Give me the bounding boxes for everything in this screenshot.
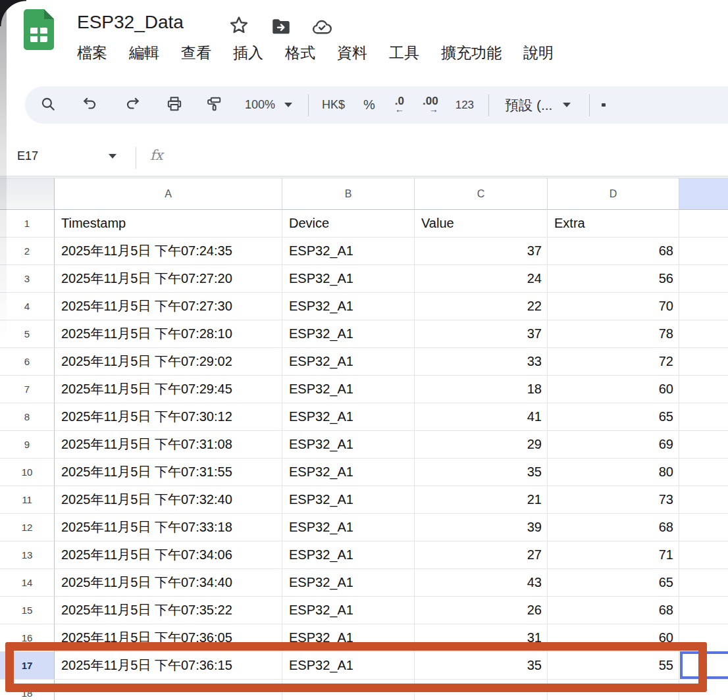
cell-timestamp[interactable]: 2025年11月5日 下午07:29:02 [55, 348, 282, 376]
cell-value[interactable]: 39 [415, 514, 548, 541]
row-header[interactable]: 8 [0, 403, 55, 431]
cell-timestamp[interactable]: 2025年11月5日 下午07:31:55 [55, 459, 282, 486]
cell-extra[interactable]: 55 [548, 652, 679, 680]
row-header[interactable]: 16 [0, 624, 55, 652]
menu-item-1[interactable]: 編輯 [129, 41, 159, 64]
column-header-a[interactable]: A [55, 178, 282, 210]
cell-empty[interactable] [679, 486, 728, 514]
cell-timestamp[interactable]: 2025年11月5日 下午07:27:20 [55, 265, 282, 293]
select-all-corner[interactable] [0, 178, 55, 210]
cell-value[interactable]: 33 [415, 348, 548, 376]
redo-button[interactable] [124, 95, 141, 114]
cell-empty[interactable] [679, 541, 728, 569]
column-header-e[interactable] [679, 178, 728, 210]
cell-empty[interactable] [679, 680, 728, 700]
row-header[interactable]: 11 [0, 486, 55, 514]
cell-empty[interactable] [679, 624, 728, 652]
cell-value[interactable]: 35 [415, 459, 548, 486]
cell-value[interactable]: 18 [415, 376, 548, 403]
cell-extra[interactable]: 56 [548, 265, 679, 293]
cell-device[interactable]: ESP32_A1 [282, 348, 415, 376]
cell-value[interactable]: 24 [415, 265, 548, 293]
menu-item-0[interactable]: 檔案 [77, 41, 107, 64]
cell-device[interactable]: ESP32_A1 [282, 569, 415, 597]
row-header[interactable]: 1 [0, 210, 55, 238]
cell-empty[interactable] [679, 238, 728, 265]
cell-device[interactable]: ESP32_A1 [282, 238, 415, 265]
cell-extra[interactable]: 73 [548, 486, 679, 514]
cell-device-header[interactable]: Device [282, 210, 415, 238]
print-button[interactable] [166, 95, 183, 114]
cell-timestamp[interactable]: 2025年11月5日 下午07:33:18 [55, 514, 282, 541]
cell-empty[interactable] [282, 680, 415, 700]
row-header[interactable]: 9 [0, 431, 55, 459]
menu-item-2[interactable]: 查看 [181, 41, 211, 64]
cell-extra[interactable]: 65 [548, 403, 679, 431]
cell-timestamp[interactable]: 2025年11月5日 下午07:34:06 [55, 541, 282, 569]
cell-extra[interactable]: 60 [548, 376, 679, 403]
row-header[interactable]: 5 [0, 320, 55, 348]
cell-extra[interactable]: 68 [548, 238, 679, 265]
row-header[interactable]: 2 [0, 238, 55, 265]
menu-item-3[interactable]: 插入 [233, 41, 263, 64]
cell-extra[interactable]: 69 [548, 431, 679, 459]
column-header-b[interactable]: B [282, 178, 415, 210]
cell-device[interactable]: ESP32_A1 [282, 459, 415, 486]
cell-empty[interactable] [679, 210, 728, 238]
cell-empty[interactable] [415, 680, 548, 700]
menu-item-5[interactable]: 資料 [337, 41, 367, 64]
cell-value[interactable]: 35 [415, 652, 548, 680]
cell-device[interactable]: ESP32_A1 [282, 403, 415, 431]
move-folder-icon[interactable] [270, 16, 292, 38]
cell-device[interactable]: ESP32_A1 [282, 265, 415, 293]
percent-format-button[interactable]: % [363, 97, 375, 113]
row-header[interactable]: 7 [0, 376, 55, 403]
decrease-decimal-button[interactable]: .0 ← [395, 97, 404, 114]
cell-extra[interactable]: 71 [548, 541, 679, 569]
cell-timestamp[interactable]: 2025年11月5日 下午07:28:10 [55, 320, 282, 348]
cell-timestamp[interactable]: 2025年11月5日 下午07:31:08 [55, 431, 282, 459]
cell-empty[interactable] [679, 597, 728, 624]
cell-extra[interactable]: 68 [548, 514, 679, 541]
cell-value[interactable]: 31 [415, 624, 548, 652]
cell-empty[interactable] [55, 680, 282, 700]
cell-value[interactable]: 21 [415, 486, 548, 514]
paint-format-button[interactable] [205, 95, 222, 114]
cell-extra[interactable]: 68 [548, 597, 679, 624]
cell-timestamp[interactable]: 2025年11月5日 下午07:35:22 [55, 597, 282, 624]
row-header[interactable]: 14 [0, 569, 55, 597]
cell-timestamp[interactable]: 2025年11月5日 下午07:24:35 [55, 238, 282, 265]
cell-empty[interactable] [548, 680, 679, 700]
cell-timestamp-header[interactable]: Timestamp [55, 210, 282, 238]
cell-value[interactable]: 37 [415, 238, 548, 265]
more-formats-button[interactable]: 123 [455, 99, 474, 112]
row-header[interactable]: 4 [0, 293, 55, 320]
cell-extra[interactable]: 78 [548, 320, 679, 348]
cell-value[interactable]: 22 [415, 293, 548, 320]
menu-item-8[interactable]: 說明 [523, 41, 554, 64]
cell-device[interactable]: ESP32_A1 [282, 541, 415, 569]
cell-timestamp[interactable]: 2025年11月5日 下午07:36:05 [55, 624, 282, 652]
cell-empty[interactable] [679, 569, 728, 597]
row-header[interactable]: 10 [0, 459, 55, 486]
menu-item-6[interactable]: 工具 [389, 41, 419, 64]
cell-empty[interactable] [679, 403, 728, 431]
cell-timestamp[interactable]: 2025年11月5日 下午07:27:30 [55, 293, 282, 320]
cell-empty[interactable] [679, 431, 728, 459]
cell-value-header[interactable]: Value [415, 210, 548, 238]
cell-extra-header[interactable]: Extra [548, 210, 679, 238]
column-header-d[interactable]: D [548, 178, 679, 210]
cell-empty[interactable] [679, 514, 728, 541]
currency-format-button[interactable]: HK$ [322, 98, 345, 112]
cell-value[interactable]: 27 [415, 541, 548, 569]
cell-empty[interactable] [679, 376, 728, 403]
cell-device[interactable]: ESP32_A1 [282, 376, 415, 403]
cell-device[interactable]: ESP32_A1 [282, 293, 415, 320]
name-box[interactable]: E17 [13, 149, 118, 164]
row-header[interactable]: 12 [0, 514, 55, 541]
cell-empty[interactable] [679, 320, 728, 348]
cell-timestamp[interactable]: 2025年11月5日 下午07:34:40 [55, 569, 282, 597]
cell-device[interactable]: ESP32_A1 [282, 652, 415, 680]
cell-empty[interactable] [679, 459, 728, 486]
document-title[interactable]: ESP32_Data [77, 11, 184, 34]
